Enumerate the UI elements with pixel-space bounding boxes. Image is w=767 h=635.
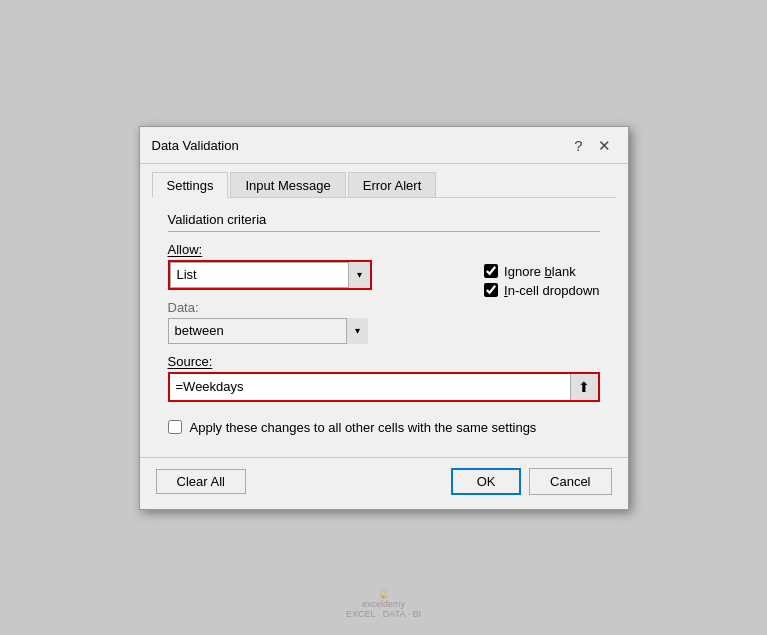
tab-bar: Settings Input Message Error Alert [140, 164, 628, 197]
footer-left: Clear All [156, 469, 452, 494]
cancel-button[interactable]: Cancel [529, 468, 611, 495]
tab-error-alert[interactable]: Error Alert [348, 172, 437, 197]
allow-and-checkboxes-row: Allow: Any value Whole number Decimal Li… [168, 242, 600, 344]
dialog-title: Data Validation [152, 138, 239, 153]
title-bar: Data Validation ? ✕ [140, 127, 628, 164]
footer-right: OK Cancel [451, 468, 611, 495]
allow-select[interactable]: Any value Whole number Decimal List Date… [170, 262, 370, 288]
section-validation-criteria: Validation criteria [168, 212, 600, 232]
allow-dropdown-wrapper: Any value Whole number Decimal List Date… [170, 262, 370, 288]
source-label: Source: [168, 354, 600, 369]
dialog-footer: Clear All OK Cancel [140, 457, 628, 509]
source-input[interactable] [170, 374, 570, 400]
data-field-group: Data: between not between equal to not e… [168, 300, 465, 344]
ignore-blank-checkbox[interactable] [484, 264, 498, 278]
allow-select-wrapper: Any value Whole number Decimal List Date… [168, 260, 372, 290]
apply-changes-row: Apply these changes to all other cells w… [168, 420, 600, 435]
help-button[interactable]: ? [568, 135, 590, 157]
ignore-blank-row: Ignore blank [484, 264, 599, 279]
tab-input-message[interactable]: Input Message [230, 172, 345, 197]
incell-dropdown-row: In-cell dropdown [484, 283, 599, 298]
source-input-wrapper: ⬆ [168, 372, 600, 402]
tab-content-settings: Validation criteria Allow: Any value Who… [152, 197, 616, 449]
title-bar-controls: ? ✕ [568, 135, 616, 157]
data-validation-dialog: Data Validation ? ✕ Settings Input Messa… [139, 126, 629, 510]
source-field-group: Source: ⬆ [168, 354, 600, 402]
apply-changes-label: Apply these changes to all other cells w… [190, 420, 537, 435]
ignore-blank-label: Ignore blank [504, 264, 576, 279]
data-label: Data: [168, 300, 465, 315]
data-dropdown-wrapper: between not between equal to not equal t… [168, 318, 368, 344]
allow-field-group: Allow: Any value Whole number Decimal Li… [168, 242, 465, 344]
ok-button[interactable]: OK [451, 468, 521, 495]
clear-all-button[interactable]: Clear All [156, 469, 246, 494]
source-collapse-button[interactable]: ⬆ [570, 374, 598, 400]
apply-changes-checkbox[interactable] [168, 420, 182, 434]
incell-dropdown-label: In-cell dropdown [504, 283, 599, 298]
allow-label: Allow: [168, 242, 465, 257]
tab-settings[interactable]: Settings [152, 172, 229, 198]
close-button[interactable]: ✕ [594, 135, 616, 157]
watermark: 🔒exceldemyEXCEL · DATA · BI [346, 589, 421, 619]
checkboxes-group: Ignore blank In-cell dropdown [484, 242, 599, 298]
data-select[interactable]: between not between equal to not equal t… [168, 318, 368, 344]
incell-dropdown-checkbox[interactable] [484, 283, 498, 297]
